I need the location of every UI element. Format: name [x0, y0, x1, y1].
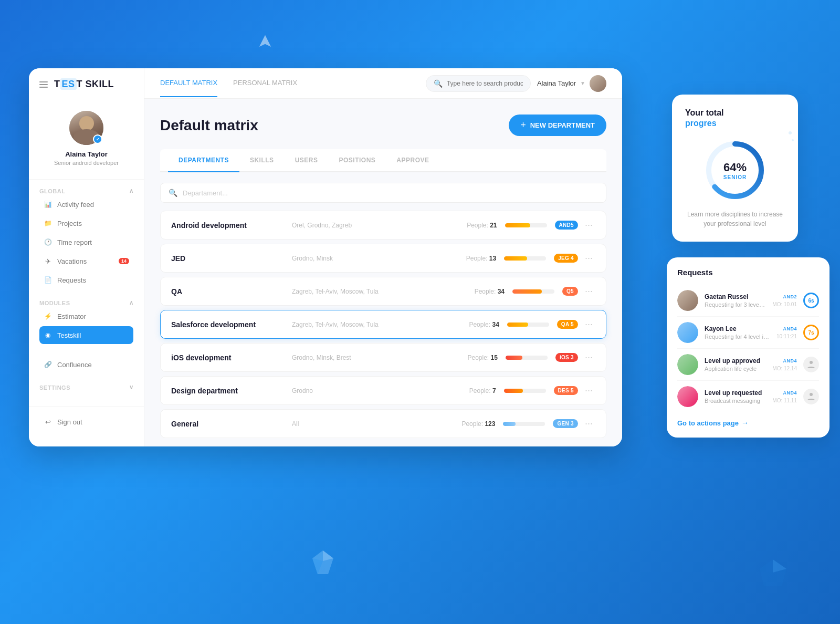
dept-tag: GEN 3 — [553, 419, 578, 428]
department-row[interactable]: JED Grodno, Minsk People: 13 JEG 4 ··· — [160, 244, 606, 273]
dept-name: Salesforce development — [171, 320, 276, 329]
req-date: 10:11:21 — [776, 334, 797, 339]
search-input[interactable] — [447, 80, 523, 87]
dept-locations: Zagreb, Tel-Aviv, Moscow, Tula — [276, 288, 475, 295]
req-meta: AND2 MO: 10.01 — [772, 294, 797, 307]
tab-users[interactable]: USERS — [285, 149, 329, 172]
department-search-bar[interactable]: 🔍 — [160, 183, 606, 203]
dept-progress — [503, 422, 545, 426]
sidebar-user-name: Alaina Taylor — [65, 150, 108, 158]
sidebar-bottom: Sign out — [29, 406, 144, 436]
tab-positions[interactable]: POSITIONS — [328, 149, 386, 172]
req-score: 7s — [803, 325, 819, 340]
dept-menu-button[interactable]: ··· — [582, 220, 595, 231]
new-dept-label: NEW DEPARTMENT — [530, 121, 595, 129]
tab-skills[interactable]: SKILLS — [239, 149, 285, 172]
request-item[interactable]: Kayon Lee Requesting for 4 level in "bac… — [677, 317, 819, 349]
sidebar-item-signout[interactable]: Sign out — [39, 413, 133, 431]
circular-progress: 64% SENIOR — [685, 139, 785, 202]
request-item[interactable]: Gaetan Russel Requesting for 3 level in … — [677, 285, 819, 317]
dept-tag: JEG 4 — [554, 254, 578, 263]
nav-default-matrix[interactable]: DEFAULT MATRIX — [160, 69, 217, 97]
dept-name: iOS development — [171, 353, 276, 362]
department-list: Android development Orel, Grodno, Zagreb… — [160, 211, 606, 438]
estimator-icon — [44, 312, 52, 320]
new-department-button[interactable]: + NEW DEPARTMENT — [509, 115, 606, 136]
dept-menu-button[interactable]: ··· — [582, 253, 595, 264]
req-meta: AND4 MO: 11.11 — [772, 390, 797, 403]
settings-collapse-icon[interactable] — [129, 384, 134, 391]
progress-bar — [506, 356, 548, 360]
top-search-bar[interactable]: 🔍 — [426, 75, 531, 92]
deco-dot-1 — [789, 131, 792, 134]
sidebar-item-requests[interactable]: Requests — [39, 271, 133, 289]
req-tag: AND4 — [783, 326, 797, 331]
req-tag: AND4 — [783, 358, 797, 363]
req-avatar — [677, 386, 698, 407]
sidebar-item-projects[interactable]: Projects — [39, 214, 133, 232]
dept-people: People: 123 — [461, 420, 495, 428]
sidebar-item-testskill[interactable]: Testskill — [39, 326, 133, 344]
confluence-icon — [44, 360, 52, 369]
progress-bar — [504, 256, 546, 261]
progress-fill — [504, 389, 523, 393]
req-content: Level up requested Broadcast messaging — [705, 389, 766, 404]
req-content: Level up approved Application life cycle — [705, 357, 766, 372]
dept-menu-button[interactable]: ··· — [582, 418, 595, 429]
dept-name: Android development — [171, 221, 276, 230]
department-row[interactable]: Android development Orel, Grodno, Zagreb… — [160, 211, 606, 240]
dept-menu-button[interactable]: ··· — [582, 286, 595, 297]
sidebar-item-label: Testskill — [57, 331, 81, 339]
verified-badge — [93, 134, 102, 144]
department-row[interactable]: iOS development Grodno, Minsk, Brest Peo… — [160, 343, 606, 372]
go-actions-button[interactable]: Go to actions page → — [677, 419, 819, 427]
sidebar-item-timereport[interactable]: Time report — [39, 233, 133, 251]
tab-approve[interactable]: APPROVE — [386, 149, 439, 172]
user-nav-name: Alaina Taylor — [537, 79, 576, 87]
sidebar-item-label: Time report — [57, 238, 92, 246]
dept-menu-button[interactable]: ··· — [582, 385, 595, 396]
signout-icon — [44, 418, 52, 426]
dept-progress — [512, 289, 554, 294]
sidebar-item-activity[interactable]: Activity feed — [39, 195, 133, 213]
sidebar-item-confluence[interactable]: Confluence — [39, 356, 133, 373]
department-row[interactable]: Salesforce development Zagreb, Tel-Aviv,… — [160, 310, 606, 339]
dept-name: QA — [171, 287, 276, 296]
nav-section-global: Global Activity feed Projects Time repor… — [29, 180, 144, 292]
nav-personal-matrix[interactable]: PERSONAL MATRIX — [233, 69, 297, 97]
sidebar-item-estimator[interactable]: Estimator — [39, 307, 133, 325]
folder-icon — [44, 219, 52, 227]
nav-section-settings-title: Settings — [39, 384, 133, 391]
request-item[interactable]: Level up approved Application life cycle… — [677, 349, 819, 381]
hamburger-menu[interactable] — [39, 81, 48, 88]
user-profile: Alaina Taylor Senior android developer — [29, 100, 144, 180]
dept-tag: AND5 — [555, 221, 578, 230]
dept-menu-button[interactable]: ··· — [582, 319, 595, 330]
department-row[interactable]: QA Zagreb, Tel-Aviv, Moscow, Tula People… — [160, 277, 606, 306]
req-desc: Application life cycle — [705, 366, 766, 372]
req-date: MO: 12.14 — [772, 366, 797, 371]
req-name: Kayon Lee — [705, 325, 770, 332]
sidebar: TEST SKILL Alaina Taylor Senior android … — [29, 68, 144, 446]
sidebar-header: TEST SKILL — [29, 79, 144, 100]
user-nav[interactable]: Alaina Taylor ▼ — [537, 75, 606, 92]
sidebar-item-label: Projects — [57, 220, 82, 227]
dept-search-input[interactable] — [183, 189, 598, 197]
dept-menu-button[interactable]: ··· — [582, 352, 595, 363]
dept-people: People: 34 — [475, 288, 505, 295]
req-content: Gaetan Russel Requesting for 3 level in … — [705, 293, 766, 308]
sidebar-item-vacations[interactable]: Vacations 14 — [39, 252, 133, 270]
sidebar-item-label: Requests — [57, 276, 86, 284]
department-row[interactable]: Design department Grodno People: 7 DES 5… — [160, 376, 606, 405]
department-row[interactable]: General All People: 123 GEN 3 ··· — [160, 409, 606, 438]
dept-locations: Grodno, Minsk, Brest — [276, 354, 468, 361]
request-item[interactable]: Level up requested Broadcast messaging A… — [677, 381, 819, 412]
global-collapse-icon[interactable] — [129, 188, 134, 194]
go-actions-label: Go to actions page — [677, 419, 739, 427]
progress-bar — [512, 289, 554, 294]
req-avatar — [677, 354, 698, 375]
tab-departments[interactable]: DEPARTMENTS — [168, 149, 239, 172]
modules-collapse-icon[interactable] — [129, 299, 134, 306]
dept-search-icon: 🔍 — [169, 189, 177, 197]
req-meta: AND4 MO: 12.14 — [772, 358, 797, 371]
